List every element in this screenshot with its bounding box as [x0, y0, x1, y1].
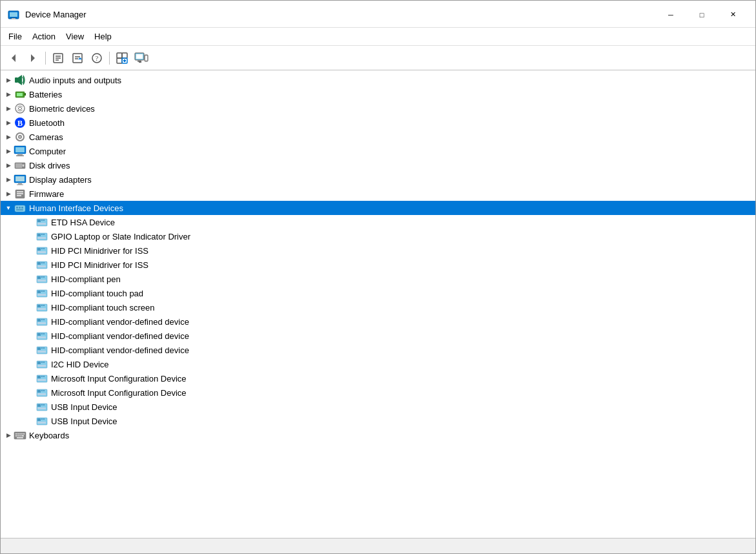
child-hid-pen[interactable]: HID-compliant pen	[1, 272, 755, 286]
svg-rect-46	[22, 164, 25, 165]
device-tree[interactable]: ▶ Audio inputs and outputs ▶	[1, 70, 755, 538]
menu-view[interactable]: View	[61, 30, 89, 43]
svg-rect-41	[17, 154, 23, 156]
forward-button[interactable]	[24, 50, 42, 67]
toolbar-separator-1	[45, 52, 46, 65]
expand-arrow-cameras: ▶	[3, 132, 14, 142]
audio-icon	[14, 74, 26, 87]
child-usb-input-2[interactable]: USB Input Device	[1, 414, 755, 428]
svg-rect-32	[17, 93, 23, 96]
svg-rect-1	[10, 12, 17, 17]
minimize-button[interactable]: ─	[656, 5, 686, 25]
svg-rect-17	[122, 53, 127, 58]
tree-item-bluetooth[interactable]: ▶ B Bluetooth	[1, 116, 755, 130]
child-ms-input-2-icon	[36, 386, 48, 399]
help-button[interactable]: ?	[88, 50, 106, 67]
back-button[interactable]	[5, 50, 23, 67]
svg-rect-133	[43, 418, 45, 420]
child-hid-touchpad[interactable]: HID-compliant touch pad	[1, 286, 755, 300]
svg-rect-78	[43, 262, 45, 263]
properties-button[interactable]	[49, 50, 67, 67]
child-i2c-hid-icon	[36, 358, 48, 371]
svg-rect-83	[43, 276, 45, 278]
svg-rect-144	[21, 435, 24, 436]
device-manager-view-icon	[134, 52, 148, 64]
svg-rect-79	[37, 265, 46, 267]
menu-help[interactable]: Help	[89, 30, 117, 43]
tree-item-keyboards[interactable]: ▶ Keyboar	[1, 428, 755, 442]
child-ms-input-2[interactable]: Microsoft Input Configuration Device	[1, 385, 755, 400]
svg-rect-132	[41, 418, 43, 420]
device-manager-view-button[interactable]	[132, 50, 150, 67]
svg-rect-137	[17, 433, 19, 435]
toolbar: ?	[1, 46, 755, 70]
svg-rect-114	[37, 365, 46, 367]
cameras-icon	[14, 130, 26, 143]
maximize-button[interactable]: □	[687, 5, 717, 25]
tree-item-audio[interactable]: ▶ Audio inputs and outputs	[1, 73, 755, 87]
update-driver-button[interactable]	[68, 50, 87, 67]
update-driver-icon	[72, 52, 83, 64]
menu-bar: File Action View Help	[1, 28, 755, 46]
svg-rect-2	[10, 17, 17, 18]
bluetooth-icon: B	[14, 116, 26, 129]
status-bar	[1, 538, 755, 553]
computer-label: Computer	[29, 147, 66, 156]
child-hid-vendor-2[interactable]: HID-compliant vendor-defined device	[1, 329, 755, 343]
tree-item-batteries[interactable]: ▶ Batteries	[1, 87, 755, 101]
svg-rect-54	[17, 195, 21, 196]
child-hid-touchscreen[interactable]: HID-compliant touch screen	[1, 300, 755, 314]
child-hid-pci-2[interactable]: HID PCI Minidriver for ISS	[1, 258, 755, 272]
svg-rect-113	[43, 362, 45, 363]
expand-arrow-hid: ▼	[3, 203, 14, 213]
child-usb-input-1-icon	[36, 400, 48, 413]
child-hid-pci-1[interactable]: HID PCI Minidriver for ISS	[1, 243, 755, 258]
svg-rect-48	[15, 176, 25, 181]
svg-rect-81	[37, 276, 41, 279]
svg-rect-106	[37, 347, 41, 350]
child-hid-vendor-3-label: HID-compliant vendor-defined device	[51, 345, 189, 355]
svg-rect-59	[16, 209, 23, 210]
svg-rect-140	[23, 433, 25, 435]
svg-rect-138	[19, 433, 21, 435]
tree-item-biometric[interactable]: ▶ Biometric devices	[1, 101, 755, 116]
svg-rect-74	[37, 251, 46, 253]
menu-file[interactable]: File	[3, 30, 27, 43]
svg-rect-94	[37, 308, 46, 310]
svg-rect-24	[138, 61, 141, 62]
svg-rect-58	[21, 207, 23, 209]
child-etd-hsa[interactable]: ETD HSA Device	[1, 215, 755, 229]
menu-action[interactable]: Action	[27, 30, 61, 43]
tree-item-firmware[interactable]: ▶ Firmware	[1, 187, 755, 201]
svg-rect-131	[37, 418, 41, 421]
svg-rect-119	[37, 379, 46, 381]
child-ms-input-1-icon	[36, 372, 48, 385]
child-hid-vendor-3[interactable]: HID-compliant vendor-defined device	[1, 343, 755, 357]
audio-label: Audio inputs and outputs	[29, 76, 121, 85]
svg-rect-66	[37, 234, 41, 236]
svg-rect-127	[41, 404, 43, 405]
scan-hardware-button[interactable]	[113, 50, 131, 67]
tree-item-disk[interactable]: ▶ Disk drives	[1, 158, 755, 172]
tree-item-hid[interactable]: ▼ Human Interface Devices	[1, 201, 755, 215]
content-area: ▶ Audio inputs and outputs ▶	[1, 70, 755, 538]
child-usb-input-1[interactable]: USB Input Device	[1, 400, 755, 414]
tree-item-cameras[interactable]: ▶ Cameras	[1, 130, 755, 144]
scan-icon	[116, 52, 128, 64]
svg-rect-145	[17, 437, 23, 438]
display-label: Display adapters	[29, 175, 92, 185]
expand-arrow-batteries: ▶	[3, 89, 14, 99]
svg-rect-112	[41, 362, 43, 363]
svg-rect-104	[37, 336, 46, 338]
child-hid-pci-1-icon	[36, 244, 48, 257]
tree-item-display[interactable]: ▶ Display adapters	[1, 172, 755, 187]
hid-icon	[14, 201, 26, 214]
child-i2c-hid[interactable]: I2C HID Device	[1, 357, 755, 371]
child-gpio[interactable]: GPIO Laptop or Slate Indicator Driver	[1, 229, 755, 243]
child-hid-vendor-1[interactable]: HID-compliant vendor-defined device	[1, 314, 755, 329]
tree-item-computer[interactable]: ▶ Computer	[1, 144, 755, 158]
close-button[interactable]: ✕	[718, 5, 748, 25]
child-ms-input-1[interactable]: Microsoft Input Configuration Device	[1, 371, 755, 385]
svg-rect-98	[43, 319, 45, 320]
svg-rect-124	[37, 393, 46, 395]
